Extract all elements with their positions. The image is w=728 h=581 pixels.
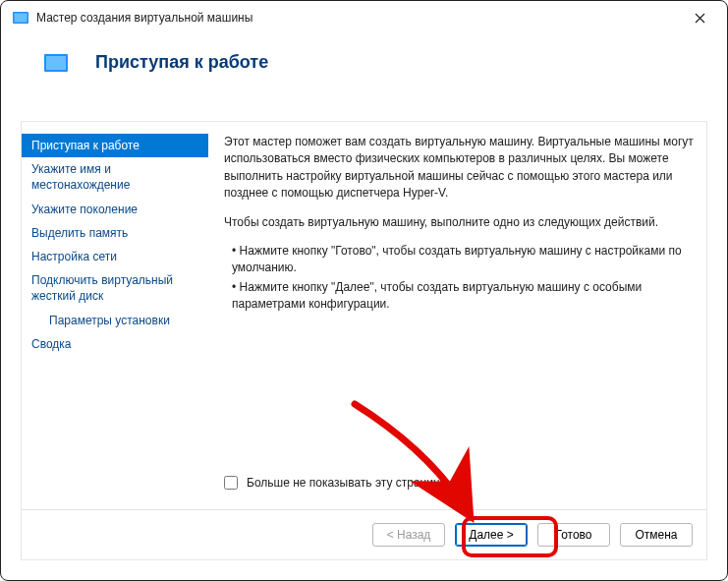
sidebar-step[interactable]: Настройка сети [22,245,208,268]
wizard-inner: Приступая к работеУкажите имя и местонах… [22,122,706,510]
close-icon [695,13,705,24]
action-finish-default: Нажмите кнопку "Готово", чтобы создать в… [232,243,695,277]
dont-show-again-row: Больше не показывать эту страницу [220,473,446,493]
window-title: Мастер создания виртуальной машины [36,11,678,25]
svg-rect-1 [15,14,28,23]
sidebar-step[interactable]: Сводка [22,332,208,356]
close-button[interactable] [678,3,721,32]
intro-paragraph-1: Этот мастер поможет вам создать виртуаль… [224,134,695,203]
dont-show-again-label: Больше не показывать эту страницу [247,476,446,490]
wizard-window: Мастер создания виртуальной машины Прист… [0,0,728,581]
titlebar: Мастер создания виртуальной машины [1,1,727,34]
action-list: Нажмите кнопку "Готово", чтобы создать в… [232,243,695,314]
wizard-footer: < Назад Далее > Готово Отмена [22,509,706,559]
cancel-button[interactable]: Отмена [620,523,693,547]
wizard-content: Этот мастер поможет вам создать виртуаль… [212,122,706,510]
hyperv-icon [13,10,28,26]
page-title: Приступая к работе [95,52,268,73]
dont-show-again-checkbox[interactable] [224,476,238,490]
wizard-header: Приступая к работе [1,34,727,94]
sidebar-step[interactable]: Параметры установки [22,309,208,332]
wizard-body: Приступая к работеУкажите имя и местонах… [21,121,707,560]
sidebar-step[interactable]: Подключить виртуальный жесткий диск [22,268,208,308]
finish-button[interactable]: Готово [537,523,610,547]
sidebar-step[interactable]: Выделить память [22,221,208,245]
sidebar-step[interactable]: Укажите поколение [22,198,208,221]
svg-rect-3 [46,56,66,70]
intro-paragraph-2: Чтобы создать виртуальную машину, выполн… [224,214,695,231]
wizard-steps-sidebar: Приступая к работеУкажите имя и местонах… [22,122,212,510]
sidebar-step[interactable]: Укажите имя и местонахождение [22,157,208,197]
next-button[interactable]: Далее > [455,523,528,547]
action-next-custom: Нажмите кнопку "Далее", чтобы создать ви… [232,279,695,314]
sidebar-step[interactable]: Приступая к работе [22,134,208,157]
back-button[interactable]: < Назад [372,523,445,547]
hyperv-icon [44,54,68,72]
